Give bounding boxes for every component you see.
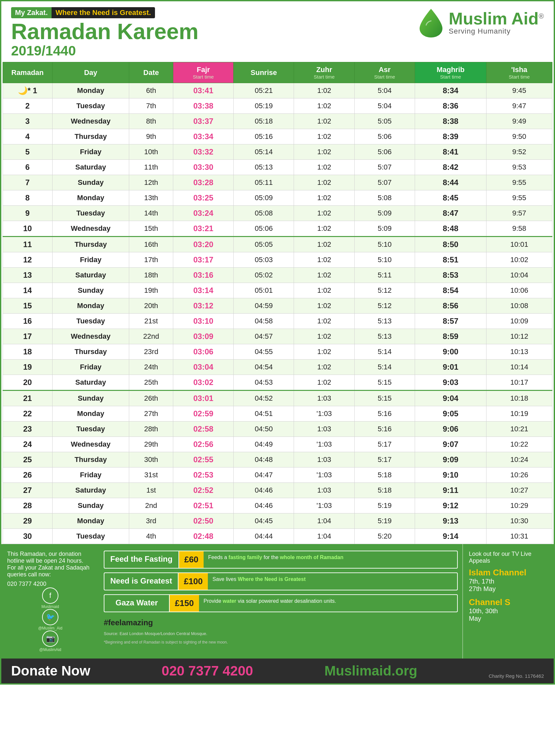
date-col: 28th	[129, 422, 173, 437]
fajr-time: 03:32	[173, 144, 233, 160]
maghrib-time: 8:36	[415, 98, 486, 114]
social-twitter[interactable]: 🐦 @Muslim_Aid	[7, 609, 93, 630]
maghrib-time: 8:50	[415, 237, 486, 252]
islam-channel-name: Islam Channel	[469, 568, 548, 578]
maghrib-time: 9:04	[415, 390, 486, 406]
ramadan-num: 2	[3, 98, 52, 114]
ramadan-num: 9	[3, 206, 52, 221]
header-right: Muslim Aid® Serving Humanity	[418, 7, 544, 38]
sunrise-time: 05:08	[233, 206, 294, 221]
isha-time: 10:04	[486, 268, 552, 283]
fajr-time: 03:17	[173, 252, 233, 268]
hashtag: #feelamazing	[104, 618, 153, 627]
ramadan-num: 29	[3, 513, 52, 529]
maghrib-time: 9:06	[415, 422, 486, 437]
ramadan-num: 24	[3, 437, 52, 452]
donation-amount-1: £60	[179, 551, 204, 568]
social-instagram[interactable]: 📷 @MuslimAid	[7, 630, 93, 652]
asr-time: 5:15	[354, 375, 415, 390]
isha-time: 10:14	[486, 360, 552, 375]
fajr-time: 03:25	[173, 190, 233, 206]
disclaimer-text: *Beginning and end of Ramadan is subject…	[104, 640, 458, 645]
social-facebook[interactable]: f Muslimaid	[7, 587, 93, 609]
maghrib-time: 8:47	[415, 206, 486, 221]
islam-channel-dates2: 27th May	[469, 585, 548, 593]
donate-phone[interactable]: 020 7377 4200	[162, 663, 253, 679]
footer-left-block: This Ramadan, our donation hotline will …	[1, 544, 99, 659]
twitter-icon: 🐦	[42, 609, 58, 625]
fajr-time: 02:58	[173, 422, 233, 437]
donation-gaza-water[interactable]: Gaza Water £150 Provide water via solar …	[104, 594, 458, 612]
main-title: Ramadan Kareem	[11, 20, 198, 42]
ramadan-num: 22	[3, 406, 52, 422]
day-col: Sunday	[52, 283, 129, 298]
source-text: Source: East London Mosque/London Centra…	[104, 631, 458, 636]
table-row: 9 Tuesday 14th 03:24 05:08 1:02 5:09 8:4…	[3, 206, 552, 221]
maghrib-time: 9:12	[415, 498, 486, 513]
zuhr-time: 1:03	[294, 483, 354, 498]
ramadan-num: 3	[3, 114, 52, 129]
col-maghrib: Maghrib Start time	[415, 62, 486, 83]
table-row: 12 Friday 17th 03:17 05:03 1:02 5:10 8:5…	[3, 252, 552, 268]
hotline-phone[interactable]: 020 7377 4200	[7, 581, 93, 587]
donation-need-greatest[interactable]: Need is Greatest £100 Save lives Where t…	[104, 572, 458, 590]
asr-time: 5:04	[354, 98, 415, 114]
donation-amount-3: £150	[170, 595, 199, 612]
ramadan-num: 26	[3, 468, 52, 483]
isha-time: 10:29	[486, 498, 552, 513]
maghrib-time: 9:00	[415, 344, 486, 360]
fajr-time: 03:04	[173, 360, 233, 375]
sunrise-time: 05:02	[233, 268, 294, 283]
isha-time: 9:58	[486, 221, 552, 237]
date-col: 10th	[129, 144, 173, 160]
footer-right-block: Look out for our TV Live Appeals Islam C…	[462, 544, 554, 659]
maghrib-time: 8:34	[415, 83, 486, 98]
maghrib-time: 9:10	[415, 468, 486, 483]
fajr-time: 03:28	[173, 175, 233, 190]
fajr-time: 02:51	[173, 498, 233, 513]
table-row: 4 Thursday 9th 03:34 05:16 1:02 5:06 8:3…	[3, 129, 552, 144]
tagline-row: My Zakat. Where the Need is Greatest.	[11, 7, 198, 18]
fajr-time: 03:41	[173, 83, 233, 98]
sunrise-time: 04:46	[233, 483, 294, 498]
ramadan-num: 14	[3, 283, 52, 298]
isha-time: 10:09	[486, 314, 552, 329]
day-col: Thursday	[52, 452, 129, 468]
donate-now-label: Donate Now	[11, 663, 90, 679]
fajr-time: 02:48	[173, 529, 233, 544]
ramadan-num: 20	[3, 375, 52, 390]
sunrise-time: 05:06	[233, 221, 294, 237]
day-col: Thursday	[52, 129, 129, 144]
date-col: 1st	[129, 483, 173, 498]
donation-desc-1: Feeds a fasting family for the whole mon…	[204, 551, 457, 568]
sunrise-time: 05:01	[233, 283, 294, 298]
table-row: 21 Sunday 26th 03:01 04:52 1:03 5:15 9:0…	[3, 390, 552, 406]
sunrise-time: 04:51	[233, 406, 294, 422]
sunrise-time: 04:57	[233, 329, 294, 344]
donation-label-3: Gaza Water	[104, 595, 170, 612]
date-col: 23rd	[129, 344, 173, 360]
logo-serving: Serving Humanity	[449, 27, 544, 36]
ramadan-num: 18	[3, 344, 52, 360]
facebook-label: Muslimaid	[41, 604, 59, 609]
day-col: Thursday	[52, 344, 129, 360]
fajr-time: 03:20	[173, 237, 233, 252]
sunrise-time: 04:45	[233, 513, 294, 529]
day-col: Tuesday	[52, 98, 129, 114]
asr-time: 5:17	[354, 437, 415, 452]
maghrib-time: 9:05	[415, 406, 486, 422]
donation-desc-3: Provide water via solar powered water de…	[199, 595, 457, 612]
date-col: 11th	[129, 160, 173, 175]
donate-website[interactable]: Muslimaid.org	[324, 663, 417, 679]
day-col: Tuesday	[52, 422, 129, 437]
sunrise-time: 04:49	[233, 437, 294, 452]
sunrise-time: 04:44	[233, 529, 294, 544]
donation-feed-fasting[interactable]: Feed the Fasting £60 Feeds a fasting fam…	[104, 551, 458, 569]
asr-time: 5:07	[354, 160, 415, 175]
asr-time: 5:09	[354, 221, 415, 237]
isha-time: 10:18	[486, 390, 552, 406]
zuhr-time: 1:02	[294, 129, 354, 144]
date-col: 16th	[129, 237, 173, 252]
date-col: 22nd	[129, 329, 173, 344]
day-col: Saturday	[52, 268, 129, 283]
